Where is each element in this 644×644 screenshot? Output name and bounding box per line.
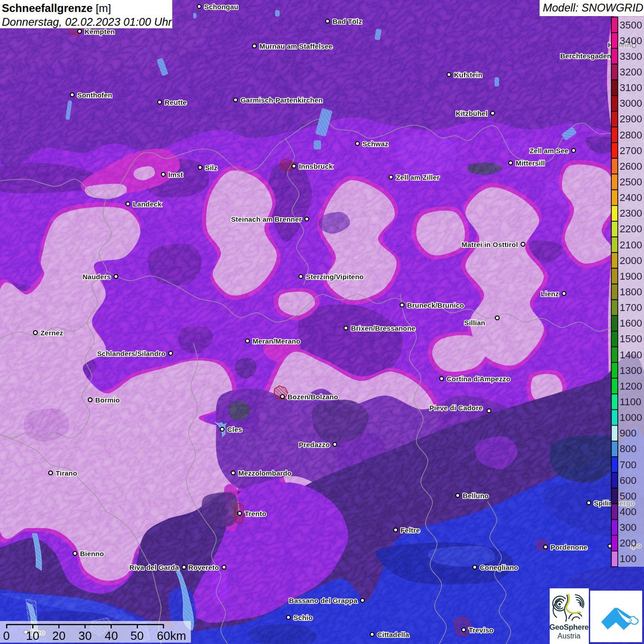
- svg-text:Bruneck/Brunico: Bruneck/Brunico: [407, 301, 464, 309]
- svg-text:10: 10: [26, 629, 40, 643]
- svg-text:Feltre: Feltre: [401, 526, 420, 534]
- svg-text:2200: 2200: [620, 223, 642, 235]
- svg-text:Schongau: Schongau: [204, 3, 238, 11]
- svg-text:Sillian: Sillian: [464, 319, 485, 327]
- svg-text:Zernez: Zernez: [40, 329, 63, 337]
- svg-text:3100: 3100: [620, 82, 642, 93]
- svg-text:Nauders: Nauders: [83, 273, 111, 281]
- svg-text:Meran/Merano: Meran/Merano: [253, 337, 300, 345]
- svg-text:Murnau am Staffelsee: Murnau am Staffelsee: [259, 42, 333, 50]
- svg-text:Kufstein: Kufstein: [454, 71, 483, 79]
- svg-text:Berchtesgaden: Berchtesgaden: [560, 52, 611, 60]
- svg-text:1600: 1600: [620, 317, 642, 329]
- svg-text:Sonthofen: Sonthofen: [77, 91, 112, 99]
- svg-text:Conegliano: Conegliano: [480, 564, 518, 571]
- svg-text:GeoSphere: GeoSphere: [549, 623, 588, 631]
- svg-text:30: 30: [79, 629, 92, 643]
- svg-text:Tirano: Tirano: [56, 469, 77, 477]
- svg-text:60km: 60km: [157, 629, 186, 643]
- svg-text:Garmisch-Partenkirchen: Garmisch-Partenkirchen: [241, 96, 323, 104]
- svg-text:Cortina d'Ampezzo: Cortina d'Ampezzo: [447, 375, 511, 383]
- svg-text:2100: 2100: [620, 239, 642, 251]
- svg-text:3500: 3500: [620, 19, 642, 31]
- svg-text:1200: 1200: [620, 380, 642, 392]
- svg-text:3400: 3400: [620, 35, 642, 46]
- svg-text:2800: 2800: [620, 129, 642, 141]
- svg-text:Mittersill: Mittersill: [516, 159, 545, 167]
- svg-text:Riva del Garda: Riva del Garda: [129, 564, 179, 571]
- svg-text:2300: 2300: [620, 207, 642, 219]
- svg-text:900: 900: [620, 427, 637, 439]
- svg-text:1300: 1300: [620, 365, 642, 376]
- svg-text:Brixen/Bressanone: Brixen/Bressanone: [351, 324, 415, 332]
- svg-text:2700: 2700: [620, 145, 642, 156]
- svg-text:Bassano del Grappa: Bassano del Grappa: [289, 597, 357, 604]
- svg-text:Silz: Silz: [205, 164, 218, 172]
- svg-text:500: 500: [620, 490, 637, 502]
- svg-text:Landeck: Landeck: [133, 200, 162, 208]
- svg-text:Bienno: Bienno: [80, 550, 104, 558]
- svg-text:200: 200: [620, 537, 637, 549]
- svg-text:Schwaz: Schwaz: [362, 140, 388, 148]
- svg-text:600: 600: [620, 475, 637, 486]
- svg-text:100: 100: [620, 553, 637, 564]
- svg-text:Predazzo: Predazzo: [299, 441, 330, 448]
- svg-text:1000: 1000: [620, 412, 642, 423]
- svg-text:Mezzolombardo: Mezzolombardo: [238, 469, 292, 477]
- svg-text:2600: 2600: [620, 161, 642, 172]
- svg-text:Bozen/Bolzano: Bozen/Bolzano: [288, 393, 338, 401]
- svg-text:20: 20: [52, 629, 66, 643]
- svg-text:2400: 2400: [620, 192, 642, 203]
- svg-text:50: 50: [131, 629, 144, 643]
- svg-text:2500: 2500: [620, 176, 642, 188]
- svg-text:Innsbruck: Innsbruck: [299, 162, 333, 170]
- svg-text:Pordenone: Pordenone: [551, 543, 587, 551]
- svg-text:3000: 3000: [620, 98, 642, 109]
- svg-text:400: 400: [620, 506, 637, 518]
- svg-text:Reutte: Reutte: [165, 98, 187, 106]
- svg-text:Rovereto: Rovereto: [188, 564, 219, 571]
- svg-text:40: 40: [105, 629, 118, 643]
- svg-text:Schio: Schio: [293, 614, 313, 621]
- svg-text:1700: 1700: [620, 302, 642, 313]
- svg-text:0: 0: [3, 629, 10, 643]
- svg-text:Trento: Trento: [245, 510, 266, 518]
- svg-text:1400: 1400: [620, 349, 642, 361]
- svg-text:Bormio: Bormio: [95, 396, 120, 404]
- svg-text:Cles: Cles: [227, 426, 242, 433]
- svg-text:800: 800: [620, 443, 637, 454]
- svg-text:2000: 2000: [620, 255, 642, 266]
- svg-text:Treviso: Treviso: [469, 626, 494, 634]
- svg-text:1800: 1800: [620, 286, 642, 298]
- svg-text:Pieve di Cadore: Pieve di Cadore: [429, 404, 483, 412]
- svg-text:Sterzing/Vipiteno: Sterzing/Vipiteno: [306, 273, 364, 281]
- svg-text:Austria: Austria: [558, 632, 581, 640]
- svg-text:1100: 1100: [620, 396, 641, 408]
- svg-text:1900: 1900: [620, 270, 642, 282]
- svg-text:700: 700: [620, 459, 637, 471]
- svg-text:3200: 3200: [620, 66, 642, 78]
- svg-text:Zell am Ziller: Zell am Ziller: [396, 173, 440, 181]
- svg-text:Imst: Imst: [168, 171, 183, 178]
- svg-text:Kitzbühel: Kitzbühel: [456, 109, 488, 117]
- svg-text:Belluno: Belluno: [463, 492, 489, 500]
- svg-text:Schlanders/Silandro: Schlanders/Silandro: [97, 350, 166, 357]
- svg-text:3300: 3300: [620, 51, 642, 62]
- svg-text:Lienz: Lienz: [541, 290, 559, 298]
- svg-text:Steinach am Brenner: Steinach am Brenner: [231, 215, 302, 223]
- svg-text:Kempten: Kempten: [85, 28, 115, 35]
- svg-text:Cittadella: Cittadella: [377, 631, 409, 638]
- svg-text:2900: 2900: [620, 113, 642, 125]
- svg-text:Bad Tölz: Bad Tölz: [333, 17, 362, 25]
- svg-text:Matrei in Osttirol: Matrei in Osttirol: [461, 241, 518, 248]
- svg-text:Zell am See: Zell am See: [529, 147, 569, 155]
- svg-text:1500: 1500: [620, 333, 642, 345]
- svg-text:300: 300: [620, 522, 637, 533]
